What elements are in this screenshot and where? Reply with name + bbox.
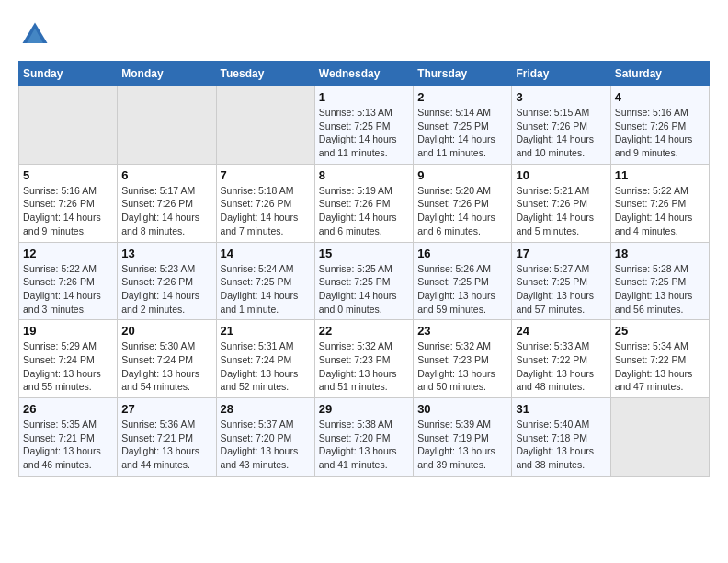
day-number: 21	[221, 324, 311, 338]
day-info: Sunrise: 5:23 AM Sunset: 7:26 PM Dayligh…	[121, 262, 211, 316]
day-number: 17	[516, 247, 606, 260]
day-info: Sunrise: 5:19 AM Sunset: 7:26 PM Dayligh…	[319, 184, 409, 238]
calendar-day-cell: 2Sunrise: 5:14 AM Sunset: 7:25 PM Daylig…	[414, 86, 512, 165]
day-number: 6	[121, 168, 211, 182]
weekday-header-friday: Friday	[512, 62, 610, 86]
weekday-header-thursday: Thursday	[414, 62, 512, 86]
day-number: 9	[417, 168, 507, 182]
day-number: 28	[221, 402, 311, 416]
calendar-week-row: 12Sunrise: 5:22 AM Sunset: 7:26 PM Dayli…	[19, 242, 710, 320]
calendar-day-cell: 8Sunrise: 5:19 AM Sunset: 7:26 PM Daylig…	[314, 164, 413, 242]
calendar-day-cell: 23Sunrise: 5:32 AM Sunset: 7:23 PM Dayli…	[414, 320, 512, 398]
calendar-day-cell: 4Sunrise: 5:16 AM Sunset: 7:26 PM Daylig…	[610, 86, 709, 165]
day-number: 31	[516, 402, 606, 416]
day-number: 1	[319, 90, 409, 104]
calendar-day-cell	[19, 86, 118, 165]
day-info: Sunrise: 5:14 AM Sunset: 7:25 PM Dayligh…	[417, 106, 507, 160]
day-number: 29	[319, 402, 409, 416]
calendar-table: SundayMondayTuesdayWednesdayThursdayFrid…	[18, 61, 710, 477]
calendar-day-cell: 28Sunrise: 5:37 AM Sunset: 7:20 PM Dayli…	[216, 398, 314, 477]
calendar-day-cell: 17Sunrise: 5:27 AM Sunset: 7:25 PM Dayli…	[512, 242, 610, 320]
day-number: 25	[615, 324, 705, 338]
day-number: 18	[615, 247, 705, 260]
calendar-day-cell: 15Sunrise: 5:25 AM Sunset: 7:25 PM Dayli…	[314, 242, 413, 320]
logo-icon	[18, 18, 51, 52]
calendar-day-cell: 20Sunrise: 5:30 AM Sunset: 7:24 PM Dayli…	[118, 320, 216, 398]
calendar-day-cell: 14Sunrise: 5:24 AM Sunset: 7:25 PM Dayli…	[216, 242, 314, 320]
day-info: Sunrise: 5:36 AM Sunset: 7:21 PM Dayligh…	[121, 418, 211, 472]
day-info: Sunrise: 5:37 AM Sunset: 7:20 PM Dayligh…	[221, 418, 311, 472]
day-number: 2	[417, 90, 507, 104]
day-info: Sunrise: 5:29 AM Sunset: 7:24 PM Dayligh…	[23, 339, 113, 394]
day-number: 23	[417, 324, 507, 338]
calendar-day-cell: 7Sunrise: 5:18 AM Sunset: 7:26 PM Daylig…	[216, 164, 314, 242]
day-number: 16	[417, 247, 507, 260]
calendar-day-cell: 16Sunrise: 5:26 AM Sunset: 7:25 PM Dayli…	[414, 242, 512, 320]
day-info: Sunrise: 5:22 AM Sunset: 7:26 PM Dayligh…	[23, 262, 113, 316]
day-info: Sunrise: 5:33 AM Sunset: 7:22 PM Dayligh…	[516, 339, 606, 394]
calendar-week-row: 1Sunrise: 5:13 AM Sunset: 7:25 PM Daylig…	[19, 86, 710, 165]
day-info: Sunrise: 5:28 AM Sunset: 7:25 PM Dayligh…	[615, 262, 705, 316]
day-number: 7	[221, 168, 311, 182]
day-info: Sunrise: 5:34 AM Sunset: 7:22 PM Dayligh…	[615, 339, 705, 394]
day-number: 26	[23, 402, 113, 416]
weekday-header-monday: Monday	[118, 62, 216, 86]
calendar-day-cell: 3Sunrise: 5:15 AM Sunset: 7:26 PM Daylig…	[512, 86, 610, 165]
calendar-day-cell: 22Sunrise: 5:32 AM Sunset: 7:23 PM Dayli…	[314, 320, 413, 398]
logo	[18, 18, 57, 52]
calendar-day-cell: 1Sunrise: 5:13 AM Sunset: 7:25 PM Daylig…	[314, 86, 413, 165]
day-number: 19	[23, 324, 113, 338]
day-info: Sunrise: 5:39 AM Sunset: 7:19 PM Dayligh…	[417, 418, 507, 472]
day-number: 13	[121, 247, 211, 260]
day-info: Sunrise: 5:32 AM Sunset: 7:23 PM Dayligh…	[319, 339, 409, 394]
day-info: Sunrise: 5:22 AM Sunset: 7:26 PM Dayligh…	[615, 184, 705, 238]
day-info: Sunrise: 5:38 AM Sunset: 7:20 PM Dayligh…	[319, 418, 409, 472]
day-info: Sunrise: 5:15 AM Sunset: 7:26 PM Dayligh…	[516, 106, 606, 160]
weekday-header-wednesday: Wednesday	[314, 62, 413, 86]
calendar-day-cell	[216, 86, 314, 165]
weekday-header-saturday: Saturday	[610, 62, 709, 86]
day-info: Sunrise: 5:27 AM Sunset: 7:25 PM Dayligh…	[516, 262, 606, 316]
calendar-day-cell: 31Sunrise: 5:40 AM Sunset: 7:18 PM Dayli…	[512, 398, 610, 477]
day-info: Sunrise: 5:18 AM Sunset: 7:26 PM Dayligh…	[221, 184, 311, 238]
calendar-day-cell: 18Sunrise: 5:28 AM Sunset: 7:25 PM Dayli…	[610, 242, 709, 320]
day-number: 20	[121, 324, 211, 338]
day-number: 27	[121, 402, 211, 416]
day-info: Sunrise: 5:16 AM Sunset: 7:26 PM Dayligh…	[615, 106, 705, 160]
calendar-day-cell: 9Sunrise: 5:20 AM Sunset: 7:26 PM Daylig…	[414, 164, 512, 242]
day-number: 12	[23, 247, 113, 260]
weekday-header-tuesday: Tuesday	[216, 62, 314, 86]
day-number: 14	[221, 247, 311, 260]
calendar-day-cell: 5Sunrise: 5:16 AM Sunset: 7:26 PM Daylig…	[19, 164, 118, 242]
calendar-day-cell: 27Sunrise: 5:36 AM Sunset: 7:21 PM Dayli…	[118, 398, 216, 477]
calendar-week-row: 19Sunrise: 5:29 AM Sunset: 7:24 PM Dayli…	[19, 320, 710, 398]
calendar-day-cell: 21Sunrise: 5:31 AM Sunset: 7:24 PM Dayli…	[216, 320, 314, 398]
day-info: Sunrise: 5:31 AM Sunset: 7:24 PM Dayligh…	[221, 339, 311, 394]
calendar-day-cell: 25Sunrise: 5:34 AM Sunset: 7:22 PM Dayli…	[610, 320, 709, 398]
day-info: Sunrise: 5:30 AM Sunset: 7:24 PM Dayligh…	[121, 339, 211, 394]
calendar-day-cell	[118, 86, 216, 165]
day-info: Sunrise: 5:35 AM Sunset: 7:21 PM Dayligh…	[23, 418, 113, 472]
day-number: 5	[23, 168, 113, 182]
calendar-week-row: 5Sunrise: 5:16 AM Sunset: 7:26 PM Daylig…	[19, 164, 710, 242]
calendar-day-cell: 30Sunrise: 5:39 AM Sunset: 7:19 PM Dayli…	[414, 398, 512, 477]
weekday-header-sunday: Sunday	[19, 62, 118, 86]
day-number: 11	[615, 168, 705, 182]
day-info: Sunrise: 5:13 AM Sunset: 7:25 PM Dayligh…	[319, 106, 409, 160]
calendar-day-cell: 6Sunrise: 5:17 AM Sunset: 7:26 PM Daylig…	[118, 164, 216, 242]
day-info: Sunrise: 5:21 AM Sunset: 7:26 PM Dayligh…	[516, 184, 606, 238]
calendar-day-cell: 26Sunrise: 5:35 AM Sunset: 7:21 PM Dayli…	[19, 398, 118, 477]
calendar-day-cell	[610, 398, 709, 477]
calendar-day-cell: 24Sunrise: 5:33 AM Sunset: 7:22 PM Dayli…	[512, 320, 610, 398]
calendar-day-cell: 11Sunrise: 5:22 AM Sunset: 7:26 PM Dayli…	[610, 164, 709, 242]
day-number: 8	[319, 168, 409, 182]
page-header	[18, 18, 710, 52]
day-number: 10	[516, 168, 606, 182]
day-number: 3	[516, 90, 606, 104]
day-info: Sunrise: 5:32 AM Sunset: 7:23 PM Dayligh…	[417, 339, 507, 394]
calendar-day-cell: 12Sunrise: 5:22 AM Sunset: 7:26 PM Dayli…	[19, 242, 118, 320]
calendar-day-cell: 13Sunrise: 5:23 AM Sunset: 7:26 PM Dayli…	[118, 242, 216, 320]
day-number: 4	[615, 90, 705, 104]
day-info: Sunrise: 5:24 AM Sunset: 7:25 PM Dayligh…	[221, 262, 311, 316]
day-info: Sunrise: 5:16 AM Sunset: 7:26 PM Dayligh…	[23, 184, 113, 238]
